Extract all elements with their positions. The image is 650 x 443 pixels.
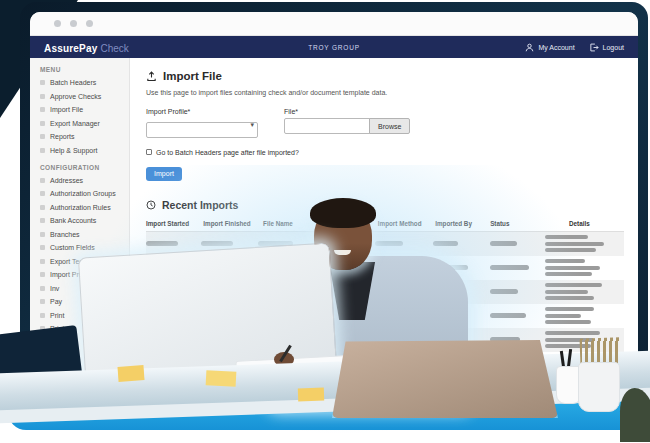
column-header: Import Method xyxy=(378,220,435,227)
menu-item-icon xyxy=(40,107,45,112)
sidebar-item-label: Pay xyxy=(50,298,62,305)
sidebar-item-label: Branches xyxy=(50,231,80,238)
skeleton-bar xyxy=(490,289,517,294)
sidebar-config-item[interactable]: Authorization Groups xyxy=(40,190,125,197)
sidebar-menu-item[interactable]: Reports xyxy=(40,133,125,140)
sidebar-item-label: Authorization Rules xyxy=(50,204,111,211)
person-hair xyxy=(310,198,376,228)
sidebar-menu-item[interactable]: Import File xyxy=(40,106,125,113)
sidebar-item-label: Export Manager xyxy=(50,120,100,127)
menu-item-icon xyxy=(40,299,45,304)
logout-label: Logout xyxy=(603,44,624,51)
menu-item-icon xyxy=(40,245,45,250)
clock-icon xyxy=(146,200,156,210)
sidebar-item-label: Bank Accounts xyxy=(50,217,96,224)
menu-section-label: MENU xyxy=(40,66,125,73)
person-smile xyxy=(334,250,351,255)
skeleton-bar xyxy=(545,320,591,324)
skeleton-bar xyxy=(545,272,592,276)
go-to-batch-headers-checkbox[interactable] xyxy=(146,149,152,155)
column-header: Details xyxy=(569,220,590,227)
browse-button[interactable]: Browse xyxy=(369,118,410,134)
column-header: Import Finished xyxy=(203,220,263,227)
sidebar-item-label: Batch Headers xyxy=(50,79,96,86)
menu-item-icon xyxy=(40,218,45,223)
menu-item-icon xyxy=(40,205,45,210)
column-header: Status xyxy=(490,220,569,227)
skeleton-bar xyxy=(545,307,594,311)
skeleton-bar xyxy=(545,235,588,239)
menu-item-icon xyxy=(40,286,45,291)
column-header: Import Started xyxy=(146,220,203,227)
sidebar-config-item[interactable]: Branches xyxy=(40,231,125,238)
menu-item-icon xyxy=(40,134,45,139)
skeleton-bar xyxy=(490,241,516,246)
skeleton-bar xyxy=(545,314,580,318)
import-profile-label: Import Profile* xyxy=(146,108,258,115)
laptop xyxy=(332,340,558,418)
pencil-pot xyxy=(578,362,620,412)
sidebar-item-label: Custom Fields xyxy=(50,244,95,251)
my-account-button[interactable]: My Account xyxy=(525,43,574,52)
sidebar-config-item[interactable]: Addresses xyxy=(40,177,125,184)
sidebar-item-label: Approve Checks xyxy=(50,93,101,100)
page-title: Import File xyxy=(163,70,222,82)
window-dot[interactable] xyxy=(86,20,93,27)
column-header: Imported By xyxy=(435,220,490,227)
logout-icon xyxy=(589,43,599,52)
menu-item-icon xyxy=(40,148,45,153)
sidebar-item-label: Reports xyxy=(50,133,75,140)
menu-item-icon xyxy=(40,121,45,126)
sidebar-item-label: Addresses xyxy=(50,177,83,184)
menu-item-icon xyxy=(40,191,45,196)
person-icon xyxy=(525,43,534,52)
menu-item-icon xyxy=(40,80,45,85)
skeleton-bar xyxy=(545,242,604,246)
config-section-label: CONFIGURATION xyxy=(40,164,125,171)
sidebar-menu-item[interactable]: Help & Support xyxy=(40,147,125,154)
sidebar-menu-item[interactable]: Batch Headers xyxy=(40,79,125,86)
checkbox-label: Go to Batch Headers page after file impo… xyxy=(156,149,299,156)
import-button[interactable]: Import xyxy=(146,167,182,181)
sidebar-menu-item[interactable]: Export Manager xyxy=(40,120,125,127)
sidebar-config-item[interactable]: Authorization Rules xyxy=(40,204,125,211)
menu-list: Batch Headers Approve Checks Import File xyxy=(40,79,125,154)
skeleton-bar xyxy=(545,259,584,263)
window-dot[interactable] xyxy=(70,20,77,27)
menu-item-icon xyxy=(40,232,45,237)
sidebar-config-item[interactable]: Bank Accounts xyxy=(40,217,125,224)
sidebar-item-label: Inv xyxy=(50,285,59,292)
sidebar-config-item[interactable]: Custom Fields xyxy=(40,244,125,251)
menu-item-icon xyxy=(40,259,45,264)
skeleton-bar xyxy=(545,296,594,300)
skeleton-bar xyxy=(490,265,528,270)
window-dot[interactable] xyxy=(54,20,61,27)
skeleton-bar xyxy=(545,248,596,252)
menu-item-icon xyxy=(40,272,45,277)
skeleton-bar xyxy=(545,331,600,335)
menu-item-icon xyxy=(40,94,45,99)
file-label: File* xyxy=(284,108,410,115)
dry-plant xyxy=(620,388,650,442)
sidebar-menu-item[interactable]: Approve Checks xyxy=(40,93,125,100)
sticky-note xyxy=(206,370,237,387)
recent-imports-title: Recent Imports xyxy=(162,199,238,211)
skeleton-bar xyxy=(201,241,233,246)
browser-chrome xyxy=(30,12,638,36)
pencils xyxy=(580,337,621,364)
upload-icon xyxy=(146,71,157,82)
sidebar-item-label: Authorization Groups xyxy=(50,190,116,197)
import-profile-select[interactable] xyxy=(146,122,258,138)
sidebar-item-label: Import File xyxy=(50,106,83,113)
logout-button[interactable]: Logout xyxy=(589,43,624,52)
table-header-row: Import StartedImport FinishedFile NameIm… xyxy=(146,220,624,232)
skeleton-bar xyxy=(146,241,178,246)
sticky-note xyxy=(118,365,145,382)
app-header: AssurePayCheck TROY GROUP My Account Log… xyxy=(30,36,638,58)
file-input[interactable] xyxy=(284,118,370,134)
menu-item-icon xyxy=(40,178,45,183)
sidebar-item-label: Print xyxy=(50,312,64,319)
skeleton-bar xyxy=(545,266,600,270)
import-profile-field-group: Import Profile* ▾ xyxy=(146,108,258,138)
skeleton-bar xyxy=(545,283,602,287)
